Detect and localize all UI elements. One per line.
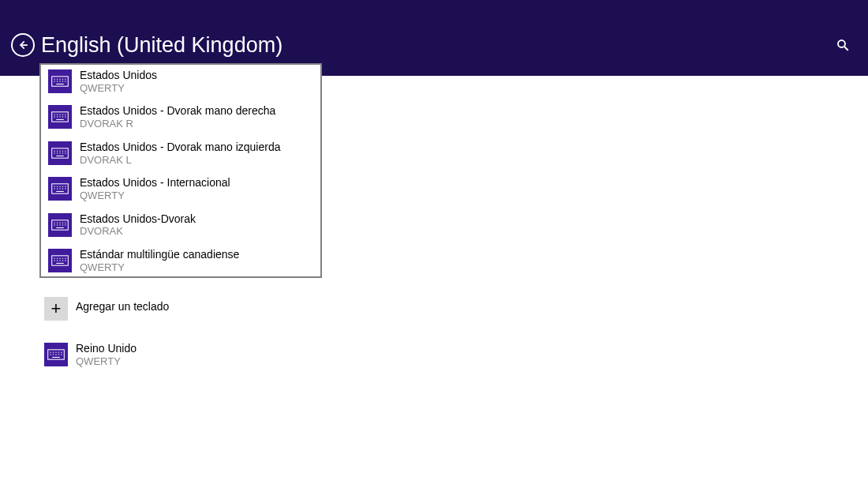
keyboard-option-layout: DVORAK R [80, 118, 275, 130]
keyboard-option-name: Estados Unidos - Dvorak mano derecha [80, 104, 275, 118]
svg-point-0 [838, 40, 845, 47]
keyboard-option-name: Estados Unidos - Internacional [80, 176, 230, 190]
keyboard-option[interactable]: Estados Unidos - Dvorak mano derecha DVO… [41, 100, 320, 136]
search-icon [836, 38, 850, 52]
keyboard-option-text: Estándar multilingüe canadiense QWERTY [80, 248, 239, 273]
keyboard-option[interactable]: Estados Unidos - Dvorak mano izquierda D… [41, 137, 320, 172]
content: Estados Unidos QWERTY Estados Unidos - D… [0, 76, 868, 367]
keyboard-icon [44, 343, 68, 366]
keyboard-icon [48, 69, 72, 93]
keyboard-icon [48, 177, 72, 201]
keyboard-option-text: Estados Unidos - Dvorak mano derecha DVO… [80, 104, 275, 130]
keyboard-option-name: Estados Unidos [80, 69, 157, 82]
keyboard-option[interactable]: Estándar multilingüe canadiense QWERTY [41, 244, 320, 278]
keyboard-option-text: Estados Unidos - Dvorak mano izquierda D… [80, 141, 280, 166]
arrow-left-icon [17, 39, 28, 51]
keyboard-dropdown: Estados Unidos QWERTY Estados Unidos - D… [39, 63, 322, 278]
keyboard-option-name: Estados Unidos - Dvorak mano izquierda [80, 141, 280, 154]
keyboard-option-layout: DVORAK [80, 225, 196, 238]
keyboard-icon [48, 249, 72, 272]
keyboard-option[interactable]: Estados Unidos QWERTY [41, 65, 320, 100]
keyboard-option-text: Estados Unidos-Dvorak DVORAK [80, 212, 196, 238]
keyboard-option[interactable]: Estados Unidos - Internacional QWERTY [41, 172, 320, 208]
keyboard-icon [48, 141, 72, 165]
installed-keyboard-name: Reino Unido [76, 342, 137, 355]
keyboard-option-text: Estados Unidos - Internacional QWERTY [80, 176, 230, 201]
search-button[interactable] [833, 36, 852, 54]
keyboard-option-layout: QWERTY [80, 190, 230, 202]
page-title: English (United Kingdom) [41, 33, 282, 58]
installed-keyboard[interactable]: Reino Unido QWERTY [44, 343, 868, 367]
keyboard-icon [48, 105, 72, 129]
back-button[interactable] [11, 33, 35, 57]
keyboard-icon [48, 213, 72, 237]
keyboard-option-name: Estados Unidos-Dvorak [80, 212, 196, 226]
plus-icon: + [44, 297, 68, 321]
keyboard-option-text: Estados Unidos QWERTY [80, 69, 157, 94]
header-left: English (United Kingdom) [11, 33, 282, 58]
add-keyboard-button[interactable]: + Agregar un teclado [44, 297, 868, 321]
keyboard-option[interactable]: Estados Unidos-Dvorak DVORAK [41, 208, 320, 244]
keyboard-option-layout: DVORAK L [80, 154, 280, 167]
keyboard-option-layout: QWERTY [80, 261, 239, 274]
svg-line-1 [844, 47, 848, 51]
add-keyboard-label: Agregar un teclado [76, 300, 169, 313]
installed-keyboard-layout: QWERTY [76, 355, 137, 368]
keyboard-option-name: Estándar multilingüe canadiense [80, 248, 239, 261]
keyboard-option-layout: QWERTY [80, 82, 157, 95]
installed-keyboard-text: Reino Unido QWERTY [76, 342, 137, 367]
